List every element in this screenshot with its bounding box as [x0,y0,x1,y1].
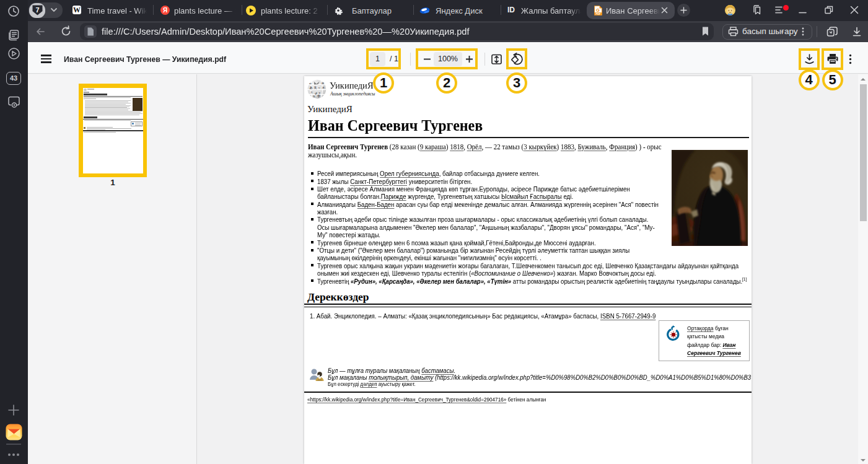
svg-text:ω: ω [309,82,312,85]
svg-text:ה: ה [311,91,313,94]
svg-text:字: 字 [317,94,320,98]
svg-text:7: 7 [35,6,39,14]
svg-text:Я: Я [322,86,325,89]
svg-text:PDF: PDF [596,12,602,15]
svg-text:文: 文 [313,85,317,89]
svg-text:И: И [322,82,324,85]
